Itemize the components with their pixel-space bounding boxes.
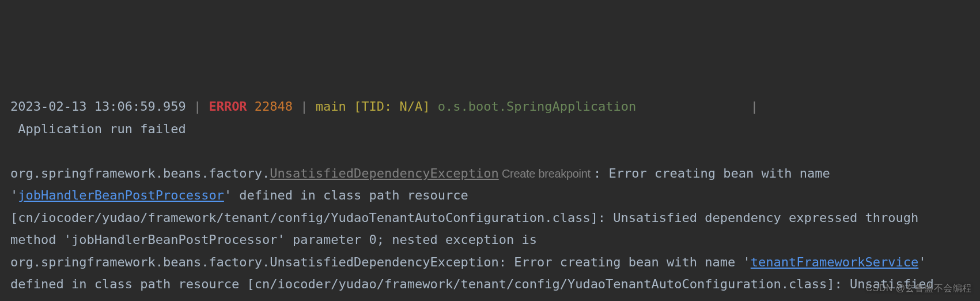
log-header-line: 2023-02-13 13:06:59.959 | ERROR 22848 | … [10, 96, 970, 140]
timestamp: 2023-02-13 13:06:59.959 [10, 99, 186, 114]
create-breakpoint-button[interactable]: Create breakpoint [499, 167, 593, 180]
separator: | [186, 99, 209, 114]
separator: | [293, 99, 316, 114]
stacktrace-block: org.springframework.beans.factory.Unsati… [10, 163, 970, 302]
trailing-pipe: | [636, 99, 758, 114]
logger-name: o.s.boot.SpringApplication [438, 99, 636, 114]
exception-class-link[interactable]: UnsatisfiedDependencyException [270, 166, 498, 180]
thread-name: main [TID: N/A] [316, 99, 430, 114]
trace-text: org.springframework.beans.factory. [10, 166, 270, 180]
process-id: 22848 [247, 99, 293, 114]
watermark: CSDN @玄鲁盛不会编程 [865, 280, 972, 296]
log-level-error: ERROR [209, 99, 247, 114]
bean-link-jobhandler[interactable]: jobHandlerBeanPostProcessor [18, 188, 224, 202]
log-message: Application run failed [10, 122, 186, 136]
bean-link-tenantframework[interactable]: tenantFrameworkService [751, 255, 918, 269]
